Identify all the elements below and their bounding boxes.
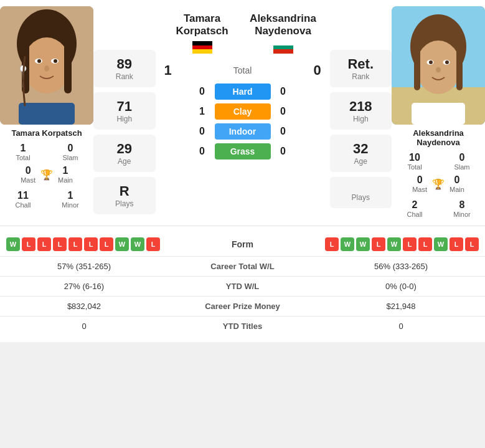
player-left-stats: 1 Total 0 Slam [0,141,93,163]
indoor-right-score: 0 [271,126,296,137]
left-main-label: Main [58,176,73,184]
right-main-label: Main [450,186,464,193]
left-age-label: Age [97,157,153,166]
clay-left-score: 1 [190,106,215,117]
form-badge-left: W [6,237,20,251]
right-mast-value: 0 [412,174,427,186]
left-high-label: High [97,115,153,123]
player-left-name: Tamara Korpatsch [11,128,82,138]
form-row: WLLLLLLWWL Form LWWLWLLWLL [0,232,485,256]
left-plays-box: R Plays [93,177,156,214]
total-left-score: 1 [156,62,181,79]
svg-rect-13 [192,41,212,45]
form-badge-left: L [100,237,113,251]
right-minor-label: Minor [439,211,485,218]
svg-point-28 [445,60,449,64]
grass-button[interactable]: Grass [215,143,271,160]
left-main-value: 1 [58,165,73,176]
svg-rect-12 [19,103,75,125]
right-center-name: Aleksandrina Naydenova [243,12,324,56]
left-rank-value: 89 [97,56,153,72]
form-badge-right: W [341,237,354,251]
svg-point-9 [44,65,49,72]
right-mast-cell: 0 Mast [412,173,427,194]
form-badge-left: L [146,237,160,251]
right-plays-value [333,183,389,193]
left-slam-value: 0 [47,143,93,154]
left-chall-value: 11 [0,190,46,201]
left-rank-box: 89 Rank [93,50,156,87]
form-badge-right: L [450,237,463,251]
stat-right-value: 0 [317,317,485,336]
svg-point-8 [54,59,57,63]
right-main-value: 0 [450,174,464,186]
right-total-cell: 10 Total [392,151,438,172]
form-badge-left: L [22,237,35,251]
svg-rect-30 [412,103,465,125]
player-right-bottom-stats: 2 Chall 8 Minor [392,198,485,219]
right-rank-label: Rank [333,72,389,81]
left-mast-cell: 0 Mast [21,164,35,185]
stats-table: 57% (351-265) Career Total W/L 56% (333-… [0,256,485,336]
header-section: Tamara Korpatsch 1 Total 0 Slam 0 Mast 🏆 [0,0,485,226]
middle-right-stats: Ret. Rank 218 High 32 Age Plays [330,6,392,219]
player-left-bottom-stats: 11 Chall 1 Minor [0,189,93,210]
left-minor-cell: 1 Minor [47,189,93,210]
form-badge-right: L [372,237,385,251]
player-left-photo [0,6,93,125]
form-label: Form [181,239,304,249]
svg-point-7 [37,59,41,63]
form-badge-right: W [356,237,370,251]
trophy-icon-left: 🏆 [40,169,53,181]
indoor-button[interactable]: Indoor [215,123,271,140]
right-plays-label: Plays [333,193,389,202]
left-age-value: 29 [97,141,153,157]
right-chall-value: 2 [392,199,438,211]
form-badge-left: L [84,237,98,251]
right-high-label: High [333,115,389,123]
grass-right-score: 0 [271,146,296,157]
form-badge-left: W [115,237,129,251]
player-right-photo [392,6,485,125]
right-trophy-row: 0 Mast 🏆 0 Main [392,173,485,194]
right-slam-cell: 0 Slam [439,151,485,172]
svg-rect-18 [273,49,293,54]
stat-center-label: YTD Titles [168,317,317,336]
stat-right-value: 56% (333-265) [317,257,485,277]
left-player-name-center: Tamara Korpatsch [162,12,243,37]
form-badge-right: L [325,237,339,251]
stat-left-value: 57% (351-265) [0,257,168,277]
clay-right-score: 0 [271,106,296,117]
left-total-cell: 1 Total [0,141,46,163]
right-high-box: 218 High [330,92,392,130]
total-label: Total [181,65,305,75]
right-age-value: 32 [333,141,389,157]
left-slam-cell: 0 Slam [47,141,93,163]
form-badge-left: L [37,237,51,251]
left-slam-label: Slam [47,154,93,161]
stats-row: 0 YTD Titles 0 [0,317,485,336]
left-plays-label: Plays [97,199,153,208]
right-minor-value: 8 [439,199,485,211]
grass-left-score: 0 [190,146,215,157]
surface-hard-row: 0 Hard 0 [156,83,330,100]
svg-rect-4 [64,44,72,93]
middle-left-stats: 89 Rank 71 High 29 Age R Plays [93,6,156,219]
stat-left-value: 0 [0,317,168,336]
form-badge-right: L [403,237,417,251]
right-rank-box: Ret. Rank [330,50,392,87]
left-main-cell: 1 Main [58,164,73,185]
clay-button[interactable]: Clay [215,103,271,120]
hard-right-score: 0 [271,86,296,97]
form-badge-right: W [387,237,401,251]
form-badge-left: L [68,237,82,251]
svg-point-29 [436,67,441,73]
hard-button[interactable]: Hard [215,83,271,100]
svg-rect-16 [273,41,293,45]
right-age-label: Age [333,157,389,166]
svg-rect-23 [414,47,420,90]
svg-point-27 [429,60,433,64]
left-mast-value: 0 [21,165,35,176]
left-mast-label: Mast [21,176,35,184]
indoor-left-score: 0 [190,126,215,137]
